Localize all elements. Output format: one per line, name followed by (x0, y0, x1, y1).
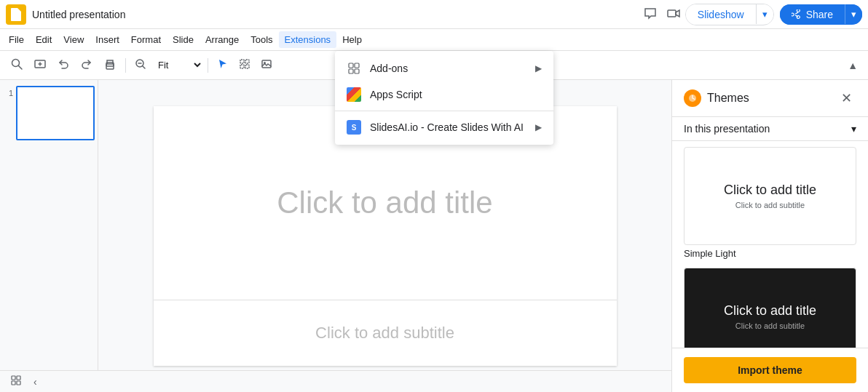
appsscript-icon (347, 87, 361, 102)
menu-help[interactable]: Help (336, 31, 368, 48)
themes-filter[interactable]: In this presentation ▾ (672, 117, 868, 141)
themes-panel-title: Themes (707, 92, 837, 105)
themes-content: Click to add title Click to add subtitle… (672, 141, 868, 348)
slideshow-button-group: Slideshow ▾ (685, 4, 774, 25)
theme-simple-light-preview: Click to add title Click to add subtitle (684, 147, 856, 245)
slides-panel: 1 (0, 80, 98, 392)
slide-1-wrapper: 1 (3, 86, 95, 140)
slidesai-icon: S (347, 120, 361, 135)
meet-button[interactable] (662, 3, 685, 26)
menu-insert[interactable]: Insert (90, 31, 125, 48)
slide-canvas: Click to add title Click to add subtitle (154, 106, 617, 366)
svg-rect-13 (349, 63, 353, 68)
slide-subtitle-placeholder: Click to add subtitle (315, 324, 454, 343)
slideshow-arrow-button[interactable]: ▾ (756, 4, 773, 24)
extensions-addons-item[interactable]: Add-ons ▶ (335, 55, 553, 81)
theme-simple-light-subtitle: Click to add subtitle (735, 201, 805, 209)
theme-simple-light-name: Simple Light (684, 245, 856, 262)
menu-bar: File Edit View Insert Format Slide Arran… (0, 29, 868, 51)
menu-slide[interactable]: Slide (167, 31, 200, 48)
svg-rect-20 (17, 381, 20, 385)
svg-rect-14 (355, 63, 359, 68)
svg-rect-6 (240, 60, 244, 63)
slide-title-placeholder: Click to add title (277, 185, 492, 220)
share-button[interactable]: Share (780, 4, 845, 25)
collapse-toolbar-button[interactable]: ▲ (843, 57, 862, 74)
extensions-appsscript-item[interactable]: Apps Script (335, 81, 553, 108)
theme-simple-dark-preview: Click to add title Click to add subtitle (684, 268, 856, 348)
theme-simple-light-title: Click to add title (724, 183, 816, 198)
svg-rect-15 (349, 69, 353, 73)
extensions-dropdown: Add-ons ▶ Apps Script S SlidesAI.io - Cr… (335, 51, 553, 145)
share-button-group: Share ▾ (780, 4, 862, 25)
comments-button[interactable] (639, 3, 662, 26)
redo-button[interactable] (76, 55, 98, 76)
theme-simple-dark-title: Click to add title (724, 303, 816, 319)
import-theme-button[interactable]: Import theme (684, 357, 856, 383)
addons-icon (347, 61, 361, 76)
collapse-panel-button[interactable]: ‹ (29, 375, 42, 389)
menu-view[interactable]: View (58, 31, 90, 48)
slide-1-number: 1 (3, 86, 13, 97)
zoom-select[interactable]: Fit 50% 75% 100% 150% 200% (152, 57, 203, 73)
svg-rect-9 (245, 65, 249, 68)
search-button[interactable] (6, 55, 28, 76)
selection-button[interactable] (234, 55, 255, 75)
undo-button[interactable] (52, 55, 74, 76)
cursor-button[interactable] (213, 55, 233, 75)
app-logo (6, 4, 26, 25)
extensions-menu-divider (335, 111, 553, 111)
svg-rect-7 (245, 60, 249, 63)
presentation-title[interactable]: Untitled presentation (32, 9, 125, 20)
image-button[interactable] (256, 55, 277, 75)
menu-tools[interactable]: Tools (245, 31, 278, 48)
extensions-slidesai-item[interactable]: S SlidesAI.io - Create Slides With AI ▶ (335, 114, 553, 140)
themes-icon (684, 89, 701, 107)
theme-simple-dark-subtitle: Click to add subtitle (735, 321, 805, 330)
share-arrow-button[interactable]: ▾ (845, 4, 862, 24)
slidesai-label: SlidesAI.io - Create Slides With AI (370, 121, 526, 133)
zoom-out-button[interactable] (130, 55, 151, 75)
svg-rect-0 (668, 10, 676, 17)
slide-subtitle-area[interactable]: Click to add subtitle (154, 300, 617, 366)
svg-rect-18 (17, 376, 20, 380)
bottom-bar: ‹ (0, 370, 671, 392)
themes-footer: Import theme (672, 348, 868, 392)
menu-file[interactable]: File (3, 31, 30, 48)
menu-format[interactable]: Format (125, 31, 167, 48)
appsscript-label: Apps Script (370, 89, 542, 100)
theme-simple-dark[interactable]: Click to add title Click to add subtitle… (684, 268, 856, 348)
top-bar: Untitled presentation Slideshow ▾ Share … (0, 0, 868, 29)
menu-edit[interactable]: Edit (30, 31, 58, 48)
svg-rect-16 (355, 69, 359, 73)
addons-arrow: ▶ (535, 63, 542, 73)
menu-arrange[interactable]: Arrange (200, 31, 245, 48)
svg-rect-8 (240, 65, 244, 68)
themes-header: Themes ✕ (672, 80, 868, 117)
svg-rect-19 (12, 381, 15, 385)
slide-1-thumbnail[interactable] (16, 86, 95, 140)
svg-rect-17 (12, 376, 15, 380)
grid-view-button[interactable] (6, 373, 26, 390)
slideshow-button[interactable]: Slideshow (686, 4, 756, 25)
svg-rect-10 (262, 60, 271, 68)
themes-panel: Themes ✕ In this presentation ▾ Click to… (671, 80, 868, 392)
theme-simple-light[interactable]: Click to add title Click to add subtitle… (684, 147, 856, 262)
add-slide-button[interactable] (29, 55, 51, 76)
themes-filter-chevron: ▾ (851, 123, 856, 135)
slidesai-arrow: ▶ (535, 122, 542, 132)
themes-close-button[interactable]: ✕ (837, 89, 856, 108)
print-button[interactable] (99, 55, 121, 76)
menu-extensions[interactable]: Extensions (279, 31, 337, 48)
addons-label: Add-ons (370, 63, 526, 74)
themes-filter-label: In this presentation (684, 123, 770, 135)
